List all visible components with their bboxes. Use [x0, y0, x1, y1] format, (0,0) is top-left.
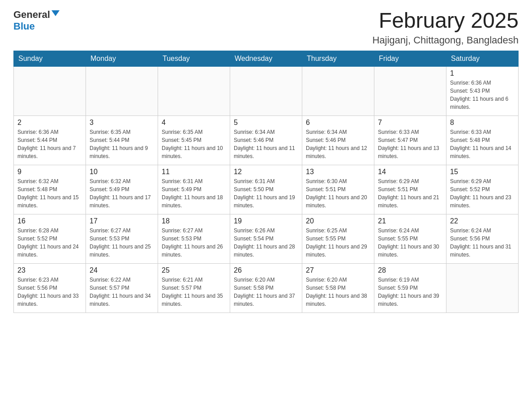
day-info: Sunrise: 6:24 AMSunset: 5:55 PMDaylight:… [378, 227, 442, 259]
calendar-cell: 13Sunrise: 6:30 AMSunset: 5:51 PMDayligh… [302, 165, 374, 214]
day-info: Sunrise: 6:20 AMSunset: 5:58 PMDaylight:… [234, 276, 298, 308]
day-number: 17 [90, 217, 154, 225]
day-number: 2 [17, 119, 82, 127]
day-number: 8 [450, 119, 515, 127]
calendar-cell: 24Sunrise: 6:22 AMSunset: 5:57 PMDayligh… [86, 263, 158, 313]
calendar-cell: 28Sunrise: 6:19 AMSunset: 5:59 PMDayligh… [374, 263, 446, 313]
day-info: Sunrise: 6:36 AMSunset: 5:44 PMDaylight:… [17, 128, 82, 160]
day-info: Sunrise: 6:29 AMSunset: 5:51 PMDaylight:… [378, 177, 442, 210]
day-number: 25 [162, 266, 226, 274]
logo-arrow-icon [51, 10, 60, 16]
day-info: Sunrise: 6:22 AMSunset: 5:57 PMDaylight:… [90, 276, 154, 308]
calendar-cell: 8Sunrise: 6:33 AMSunset: 5:48 PMDaylight… [446, 116, 519, 165]
day-info: Sunrise: 6:24 AMSunset: 5:56 PMDaylight:… [450, 227, 515, 259]
calendar-table: SundayMondayTuesdayWednesdayThursdayFrid… [13, 51, 519, 313]
day-number: 24 [90, 266, 154, 274]
logo-general-text: General [13, 9, 50, 21]
day-number: 26 [234, 266, 298, 274]
calendar-cell: 17Sunrise: 6:27 AMSunset: 5:53 PMDayligh… [86, 214, 158, 263]
day-number: 10 [90, 168, 154, 176]
page-header: General Blue February 2025 Hajiganj, Chi… [13, 9, 519, 46]
calendar-cell: 10Sunrise: 6:32 AMSunset: 5:49 PMDayligh… [86, 165, 158, 214]
day-info: Sunrise: 6:35 AMSunset: 5:45 PMDaylight:… [162, 128, 226, 160]
day-info: Sunrise: 6:21 AMSunset: 5:57 PMDaylight:… [162, 276, 226, 308]
calendar-cell: 2Sunrise: 6:36 AMSunset: 5:44 PMDaylight… [14, 116, 86, 165]
logo-blue-text: Blue [13, 21, 35, 32]
day-number: 22 [450, 217, 515, 225]
day-number: 21 [378, 217, 442, 225]
day-number: 7 [378, 119, 442, 127]
calendar-cell: 20Sunrise: 6:25 AMSunset: 5:55 PMDayligh… [302, 214, 374, 263]
day-number: 3 [90, 119, 154, 127]
day-number: 16 [17, 217, 82, 225]
day-number: 23 [17, 266, 82, 274]
logo: General Blue [13, 9, 60, 32]
calendar-cell: 16Sunrise: 6:28 AMSunset: 5:52 PMDayligh… [14, 214, 86, 263]
calendar-cell: 7Sunrise: 6:33 AMSunset: 5:47 PMDaylight… [374, 116, 446, 165]
calendar-cell [230, 66, 302, 116]
day-number: 27 [306, 266, 370, 274]
calendar-cell: 15Sunrise: 6:29 AMSunset: 5:52 PMDayligh… [446, 165, 519, 214]
calendar-week-1: 1Sunrise: 6:36 AMSunset: 5:43 PMDaylight… [14, 66, 519, 116]
calendar-cell [446, 263, 519, 313]
month-title: February 2025 [372, 9, 519, 33]
calendar-cell: 14Sunrise: 6:29 AMSunset: 5:51 PMDayligh… [374, 165, 446, 214]
calendar-header: SundayMondayTuesdayWednesdayThursdayFrid… [14, 51, 519, 66]
header-row: SundayMondayTuesdayWednesdayThursdayFrid… [14, 51, 519, 66]
day-info: Sunrise: 6:34 AMSunset: 5:46 PMDaylight:… [306, 128, 370, 160]
day-number: 5 [234, 119, 298, 127]
day-info: Sunrise: 6:36 AMSunset: 5:43 PMDaylight:… [450, 79, 515, 111]
day-number: 19 [234, 217, 298, 225]
day-number: 14 [378, 168, 442, 176]
day-number: 28 [378, 266, 442, 274]
day-info: Sunrise: 6:32 AMSunset: 5:48 PMDaylight:… [17, 177, 82, 210]
header-day-friday: Friday [374, 51, 446, 66]
calendar-week-3: 9Sunrise: 6:32 AMSunset: 5:48 PMDaylight… [14, 165, 519, 214]
calendar-cell: 3Sunrise: 6:35 AMSunset: 5:44 PMDaylight… [86, 116, 158, 165]
day-number: 4 [162, 119, 226, 127]
calendar-cell: 23Sunrise: 6:23 AMSunset: 5:56 PMDayligh… [14, 263, 86, 313]
day-info: Sunrise: 6:33 AMSunset: 5:48 PMDaylight:… [450, 128, 515, 160]
calendar-cell: 22Sunrise: 6:24 AMSunset: 5:56 PMDayligh… [446, 214, 519, 263]
day-info: Sunrise: 6:31 AMSunset: 5:49 PMDaylight:… [162, 177, 226, 210]
header-day-monday: Monday [86, 51, 158, 66]
calendar-cell: 25Sunrise: 6:21 AMSunset: 5:57 PMDayligh… [158, 263, 230, 313]
day-number: 20 [306, 217, 370, 225]
header-day-wednesday: Wednesday [230, 51, 302, 66]
header-day-sunday: Sunday [14, 51, 86, 66]
day-number: 9 [17, 168, 82, 176]
calendar-cell [14, 66, 86, 116]
day-info: Sunrise: 6:32 AMSunset: 5:49 PMDaylight:… [90, 177, 154, 210]
header-day-tuesday: Tuesday [158, 51, 230, 66]
calendar-cell: 26Sunrise: 6:20 AMSunset: 5:58 PMDayligh… [230, 263, 302, 313]
calendar-cell: 21Sunrise: 6:24 AMSunset: 5:55 PMDayligh… [374, 214, 446, 263]
day-info: Sunrise: 6:23 AMSunset: 5:56 PMDaylight:… [17, 276, 82, 308]
day-info: Sunrise: 6:19 AMSunset: 5:59 PMDaylight:… [378, 276, 442, 308]
calendar-cell: 4Sunrise: 6:35 AMSunset: 5:45 PMDaylight… [158, 116, 230, 165]
calendar-week-5: 23Sunrise: 6:23 AMSunset: 5:56 PMDayligh… [14, 263, 519, 313]
calendar-cell [374, 66, 446, 116]
day-info: Sunrise: 6:20 AMSunset: 5:58 PMDaylight:… [306, 276, 370, 308]
calendar-cell: 9Sunrise: 6:32 AMSunset: 5:48 PMDaylight… [14, 165, 86, 214]
day-number: 13 [306, 168, 370, 176]
calendar-cell: 1Sunrise: 6:36 AMSunset: 5:43 PMDaylight… [446, 66, 519, 116]
day-info: Sunrise: 6:35 AMSunset: 5:44 PMDaylight:… [90, 128, 154, 160]
day-number: 1 [450, 69, 515, 77]
calendar-cell: 27Sunrise: 6:20 AMSunset: 5:58 PMDayligh… [302, 263, 374, 313]
day-info: Sunrise: 6:29 AMSunset: 5:52 PMDaylight:… [450, 177, 515, 210]
day-info: Sunrise: 6:31 AMSunset: 5:50 PMDaylight:… [234, 177, 298, 210]
day-number: 12 [234, 168, 298, 176]
day-info: Sunrise: 6:34 AMSunset: 5:46 PMDaylight:… [234, 128, 298, 160]
day-info: Sunrise: 6:27 AMSunset: 5:53 PMDaylight:… [90, 227, 154, 259]
header-day-thursday: Thursday [302, 51, 374, 66]
calendar-cell: 19Sunrise: 6:26 AMSunset: 5:54 PMDayligh… [230, 214, 302, 263]
day-number: 15 [450, 168, 515, 176]
day-info: Sunrise: 6:25 AMSunset: 5:55 PMDaylight:… [306, 227, 370, 259]
calendar-cell: 6Sunrise: 6:34 AMSunset: 5:46 PMDaylight… [302, 116, 374, 165]
day-info: Sunrise: 6:26 AMSunset: 5:54 PMDaylight:… [234, 227, 298, 259]
calendar-cell [86, 66, 158, 116]
calendar-body: 1Sunrise: 6:36 AMSunset: 5:43 PMDaylight… [14, 66, 519, 313]
calendar-cell: 5Sunrise: 6:34 AMSunset: 5:46 PMDaylight… [230, 116, 302, 165]
title-block: February 2025 Hajiganj, Chittagong, Bang… [372, 9, 519, 46]
day-info: Sunrise: 6:28 AMSunset: 5:52 PMDaylight:… [17, 227, 82, 259]
